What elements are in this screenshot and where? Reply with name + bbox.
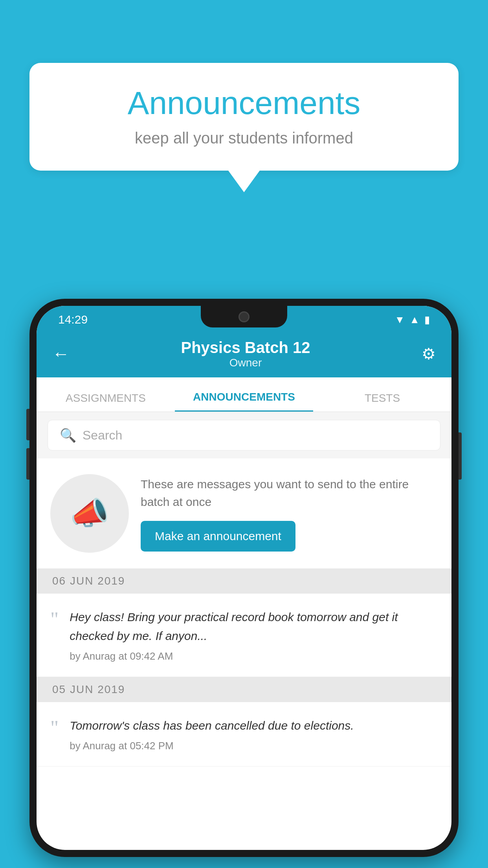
back-button[interactable]: ← [52, 344, 70, 364]
tab-announcements[interactable]: ANNOUNCEMENTS [175, 377, 313, 412]
app-bar-subtitle: Owner [181, 357, 310, 369]
speech-bubble-section: Announcements keep all your students inf… [29, 63, 459, 192]
speech-bubble: Announcements keep all your students inf… [29, 63, 459, 171]
tab-bar: ASSIGNMENTS ANNOUNCEMENTS TESTS [37, 377, 451, 412]
tab-tests[interactable]: TESTS [313, 377, 451, 412]
date-divider-1: 06 JUN 2019 [37, 568, 451, 594]
status-icons: ▼ ▲ ▮ [395, 314, 430, 326]
app-bar-center: Physics Batch 12 Owner [181, 339, 310, 369]
front-camera [238, 311, 250, 322]
announcement-text-2: Tomorrow's class has been cancelled due … [70, 716, 438, 735]
quote-icon-1: " [50, 609, 59, 630]
bubble-subtitle: keep all your students informed [53, 129, 435, 147]
tab-assignments[interactable]: ASSIGNMENTS [37, 377, 175, 412]
search-icon: 🔍 [60, 427, 76, 443]
phone-screen: 14:29 ▼ ▲ ▮ ← Physics Batch 12 Owner ⚙ [37, 306, 451, 850]
search-placeholder: Search [83, 428, 122, 443]
bubble-title: Announcements [53, 85, 435, 121]
promo-content: These are messages you want to send to t… [141, 475, 438, 552]
settings-button[interactable]: ⚙ [422, 345, 436, 363]
phone-mockup: 14:29 ▼ ▲ ▮ ← Physics Batch 12 Owner ⚙ [29, 299, 459, 857]
screen-content: ← Physics Batch 12 Owner ⚙ ASSIGNMENTS A… [37, 330, 451, 850]
wifi-icon: ▼ [395, 314, 405, 326]
announcement-content-2: Tomorrow's class has been cancelled due … [70, 716, 438, 752]
app-bar-title: Physics Batch 12 [181, 339, 310, 357]
announcement-content-1: Hey class! Bring your practical record b… [70, 608, 438, 662]
date-divider-2: 05 JUN 2019 [37, 677, 451, 702]
promo-description: These are messages you want to send to t… [141, 475, 438, 511]
app-bar: ← Physics Batch 12 Owner ⚙ [37, 330, 451, 377]
megaphone-icon: 📣 [70, 495, 109, 532]
make-announcement-button[interactable]: Make an announcement [141, 521, 295, 552]
promo-icon-circle: 📣 [50, 474, 129, 553]
search-bar[interactable]: 🔍 Search [48, 420, 440, 451]
power-button[interactable] [459, 432, 462, 480]
announcement-meta-2: by Anurag at 05:42 PM [70, 740, 438, 752]
quote-icon-2: " [50, 718, 59, 738]
status-time: 14:29 [58, 313, 88, 326]
phone-notch [201, 306, 287, 327]
phone-outer-frame: 14:29 ▼ ▲ ▮ ← Physics Batch 12 Owner ⚙ [29, 299, 459, 857]
announcement-promo: 📣 These are messages you want to send to… [37, 458, 451, 568]
bubble-pointer [228, 171, 260, 192]
announcement-item-1[interactable]: " Hey class! Bring your practical record… [37, 594, 451, 677]
search-bar-wrapper: 🔍 Search [37, 412, 451, 458]
announcement-item-2[interactable]: " Tomorrow's class has been cancelled du… [37, 702, 451, 767]
volume-down-button[interactable] [26, 448, 29, 480]
signal-icon: ▲ [409, 314, 420, 326]
battery-icon: ▮ [424, 314, 430, 326]
announcement-meta-1: by Anurag at 09:42 AM [70, 650, 438, 662]
volume-up-button[interactable] [26, 409, 29, 440]
announcement-text-1: Hey class! Bring your practical record b… [70, 608, 438, 645]
